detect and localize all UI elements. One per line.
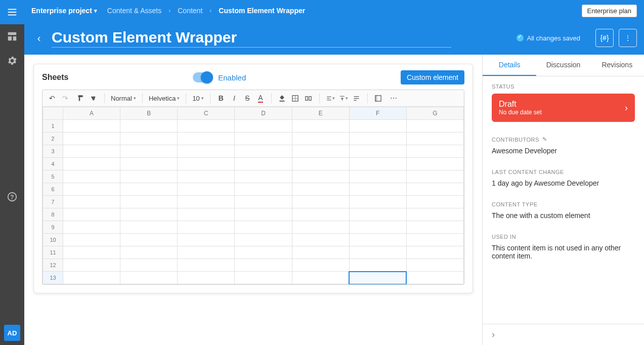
sheet-cell[interactable] bbox=[178, 246, 235, 259]
sheet-cell[interactable] bbox=[178, 133, 235, 145]
sheet-cell[interactable] bbox=[292, 183, 349, 196]
col-header[interactable]: E bbox=[292, 107, 349, 120]
sheet-cell[interactable] bbox=[235, 145, 292, 158]
sheet-cell[interactable] bbox=[120, 221, 178, 234]
more-button[interactable]: ⋮ bbox=[619, 29, 637, 47]
sheet-cell[interactable] bbox=[235, 170, 292, 183]
sheet-cell[interactable] bbox=[349, 259, 406, 272]
sheet-cell[interactable] bbox=[63, 221, 120, 234]
sheet-cell[interactable] bbox=[406, 183, 463, 196]
sheet-cell[interactable] bbox=[63, 133, 120, 145]
sheet-cell[interactable] bbox=[292, 208, 349, 221]
rail-avatar[interactable]: AD bbox=[0, 321, 24, 345]
sheet-cell[interactable] bbox=[349, 133, 406, 145]
sheet-cell[interactable] bbox=[349, 196, 406, 208]
row-header[interactable]: 10 bbox=[43, 234, 63, 246]
sheet-cell[interactable] bbox=[292, 120, 349, 133]
sheet-cell[interactable] bbox=[63, 145, 120, 158]
sheet-cell[interactable] bbox=[349, 246, 406, 259]
sheet-cell[interactable] bbox=[178, 259, 235, 272]
sheet-cell[interactable] bbox=[349, 208, 406, 221]
sheet-cell[interactable] bbox=[406, 196, 463, 208]
sheet-cell[interactable] bbox=[120, 133, 178, 145]
sheet-cell[interactable] bbox=[406, 208, 463, 221]
sheet-cell[interactable] bbox=[292, 221, 349, 234]
col-header[interactable]: A bbox=[63, 107, 120, 120]
sheet-cell[interactable] bbox=[235, 221, 292, 234]
sheet-cell[interactable] bbox=[406, 120, 463, 133]
text-color-icon[interactable]: A bbox=[256, 94, 265, 103]
sheet-cell[interactable] bbox=[120, 272, 178, 284]
sheet-cell[interactable] bbox=[349, 272, 406, 284]
sheet-cell[interactable] bbox=[63, 120, 120, 133]
sheet-cell[interactable] bbox=[292, 234, 349, 246]
row-header[interactable]: 13 bbox=[43, 272, 63, 284]
sheet-cell[interactable] bbox=[120, 259, 178, 272]
sheet-cell[interactable] bbox=[63, 259, 120, 272]
rail-settings-icon[interactable] bbox=[0, 49, 24, 73]
more-toolbar-icon[interactable]: ⋯ bbox=[389, 94, 398, 103]
sheet-cell[interactable] bbox=[178, 208, 235, 221]
sheet-cell[interactable] bbox=[63, 196, 120, 208]
row-header[interactable]: 11 bbox=[43, 246, 63, 259]
row-header[interactable]: 12 bbox=[43, 259, 63, 272]
font-size-select[interactable]: 10▾ bbox=[192, 95, 203, 102]
codename-button[interactable]: {#} bbox=[595, 29, 614, 47]
sheet-cell[interactable] bbox=[292, 158, 349, 170]
row-header[interactable]: 5 bbox=[43, 170, 63, 183]
v-align-icon[interactable]: ▾ bbox=[339, 94, 348, 103]
sheet-cell[interactable] bbox=[178, 170, 235, 183]
bold-icon[interactable]: B bbox=[217, 94, 226, 103]
sheet-cell[interactable] bbox=[178, 221, 235, 234]
enabled-toggle[interactable] bbox=[193, 72, 213, 82]
rail-content-icon[interactable] bbox=[0, 0, 24, 24]
col-header[interactable]: G bbox=[406, 107, 463, 120]
custom-element-button[interactable]: Custom element bbox=[401, 70, 464, 84]
sheet-cell[interactable] bbox=[235, 158, 292, 170]
row-header[interactable]: 9 bbox=[43, 221, 63, 234]
sheet-cell[interactable] bbox=[406, 246, 463, 259]
fill-color-icon[interactable] bbox=[278, 94, 287, 103]
sheet-cell[interactable] bbox=[63, 183, 120, 196]
redo-icon[interactable]: ↷ bbox=[61, 94, 70, 103]
row-header[interactable]: 8 bbox=[43, 208, 63, 221]
status-card[interactable]: Draft No due date set › bbox=[492, 94, 635, 122]
sheet-cell[interactable] bbox=[292, 259, 349, 272]
text-wrap-icon[interactable] bbox=[352, 94, 361, 103]
edit-icon[interactable]: ✎ bbox=[542, 136, 547, 143]
sheet-cell[interactable] bbox=[63, 272, 120, 284]
merge-cells-icon[interactable] bbox=[304, 94, 313, 103]
row-header[interactable]: 1 bbox=[43, 120, 63, 133]
sheet-cell[interactable] bbox=[120, 246, 178, 259]
sheet-cell[interactable] bbox=[406, 272, 463, 284]
sheet-cell[interactable] bbox=[235, 133, 292, 145]
sheet-cell[interactable] bbox=[120, 208, 178, 221]
sheet-cell[interactable] bbox=[292, 246, 349, 259]
tab-revisions[interactable]: Revisions bbox=[590, 55, 644, 76]
sheet-cell[interactable] bbox=[292, 272, 349, 284]
sheet-cell[interactable] bbox=[292, 170, 349, 183]
sheet-cell[interactable] bbox=[235, 272, 292, 284]
sidebar-expand[interactable]: › bbox=[483, 324, 644, 345]
sheet-cell[interactable] bbox=[178, 196, 235, 208]
sheet-cell[interactable] bbox=[406, 170, 463, 183]
sheet-cell[interactable] bbox=[406, 133, 463, 145]
row-header[interactable]: 6 bbox=[43, 183, 63, 196]
h-align-icon[interactable]: ▾ bbox=[326, 94, 335, 103]
sheet-cell[interactable] bbox=[235, 196, 292, 208]
sheet-cell[interactable] bbox=[120, 158, 178, 170]
sheet-cell[interactable] bbox=[178, 234, 235, 246]
sheet-cell[interactable] bbox=[63, 234, 120, 246]
sheet-cell[interactable] bbox=[349, 170, 406, 183]
rail-help-icon[interactable]: ? bbox=[0, 185, 24, 209]
sheet-cell[interactable] bbox=[235, 208, 292, 221]
sheet-cell[interactable] bbox=[406, 259, 463, 272]
row-header[interactable]: 4 bbox=[43, 158, 63, 170]
strikethrough-icon[interactable]: S bbox=[243, 94, 252, 103]
sheet-cell[interactable] bbox=[178, 145, 235, 158]
sheet-cell[interactable] bbox=[120, 120, 178, 133]
undo-icon[interactable]: ↶ bbox=[48, 94, 57, 103]
page-title[interactable]: Custom Element Wrapper bbox=[52, 29, 451, 48]
sheet-cell[interactable] bbox=[349, 158, 406, 170]
sheet-cell[interactable] bbox=[406, 158, 463, 170]
